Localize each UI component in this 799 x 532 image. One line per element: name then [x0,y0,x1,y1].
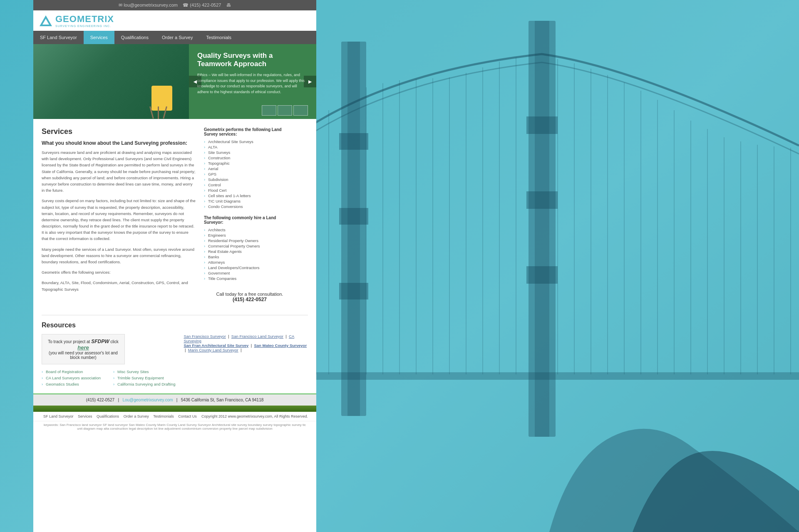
ext-link-sf-arch[interactable]: San Fran Architectural Site Survey [184,343,248,348]
thumb-3[interactable] [293,105,308,116]
fax-icon: 🖷 [226,2,231,7]
nav-services[interactable]: Services [84,31,114,44]
ext-links-section: San Francisco Surveyor | San Francisco L… [184,334,308,387]
equipment-body [151,86,172,111]
survey-type-control: Control [204,182,295,188]
resource-links-right: Misc Survey Sites Trimble Survey Equipme… [113,369,175,387]
hero-next-button[interactable]: ► [304,76,316,87]
resource-link-geomatics: Geomatics Studies [42,381,101,387]
logo-text: GEOMETRIX SURVEYING ENGINEERING INC. [55,14,114,27]
survey-type-site: Site Surveys [204,150,295,155]
hire-banks: Banks [204,254,295,260]
bottom-nav-qualifications[interactable]: Qualifications [97,414,119,418]
hire-title: Title Companies [204,276,295,281]
hire-list: Architects Engineers Residential Propert… [204,227,295,281]
hero-image [33,44,189,119]
survey-type-architectural: Architectural Site Surveys [204,139,295,144]
bottom-nav-sf[interactable]: SF Land Surveyor [43,414,74,418]
nav-qualifications[interactable]: Qualifications [114,31,155,44]
call-to-action: Call today for a free consultation. (415… [204,287,295,307]
bottom-nav-testimonials[interactable]: Testimonials [153,414,174,418]
services-intro-p3: Many people need the services of a Land … [42,246,196,265]
nav-sf-land-surveyor[interactable]: SF Land Surveyor [33,31,84,44]
track-label: To track your project at SFDPW click her… [48,339,119,351]
ext-link-marin[interactable]: Marin County Land Surveyor [188,348,238,352]
bottom-nav: SF Land Surveyor Services Qualifications… [33,412,316,421]
top-phone: (415) 422-0527 [190,2,221,7]
ext-links-text: San Francisco Surveyor | San Francisco L… [184,334,308,352]
ext-link-sf-land-surveyor[interactable]: San Francisco Land Surveyor [231,334,283,339]
ext-link-san-mateo[interactable]: San Mateo County Surveyor [254,343,307,348]
hero-prev-button[interactable]: ◄ [189,76,201,87]
survey-type-cell-sites: Cell sites and 1-A letters [204,193,295,198]
footer-contact-bar: (415) 422-0527 | Lou@geometrixsurvey.com… [33,393,316,406]
services-intro-p1: Surveyors measure land and are proficien… [42,149,196,193]
resources-title: Resources [42,322,308,329]
bottom-nav-links: SF Land Surveyor Services Qualifications… [42,414,199,418]
right-column: Geometrix performs the following Land Su… [204,127,295,307]
survey-type-subdivision: Subdivision [204,177,295,182]
hero-content: Quality Surveys with a Teamwork Approach… [189,44,316,119]
bottom-nav-services[interactable]: Services [78,414,92,418]
track-sub: (you will need your assessor's lot and b… [48,351,119,360]
survey-type-aerial: Aerial [204,166,295,171]
services-intro-p2: Survey costs depend on many factors, inc… [42,198,196,242]
top-email[interactable]: lou@geometrixsurvey.com [124,2,178,7]
hero-description: Ethics – We will be well-informed in the… [197,72,308,95]
call-text: Call today for a free consultation. [208,292,291,297]
logo-subtitle: SURVEYING ENGINEERING INC. [55,25,114,27]
hero-title: Quality Surveys with a Teamwork Approach [197,52,308,68]
services-list-text: Boundary, ALTA, Site, Flood, Condominium… [42,280,196,292]
left-column: Services What you should know about the … [42,127,196,307]
services-intro-p4: Geometrix offers the following services: [42,269,196,275]
hire-residential: Residential Property Owners [204,238,295,243]
resource-links-left: Board of Registration CA Land Surveyors … [42,369,101,387]
hire-architects: Architects [204,227,295,233]
survey-types-header: Geometrix performs the following Land Su… [204,127,295,136]
nav-testimonials[interactable]: Testimonials [199,31,238,44]
email-icon: ✉ [119,2,122,7]
survey-type-alta: ALTA [204,144,295,150]
hire-engineers: Engineers [204,233,295,238]
main-content: Services What you should know about the … [33,119,316,315]
logo-triangle [40,15,52,26]
copyright: Copyright 2012 www.geometrixsurvey.com, … [201,414,308,418]
survey-types-list: Architectural Site Surveys ALTA Site Sur… [204,139,295,209]
surveying-equipment [147,69,181,119]
logo[interactable]: GEOMETRIX SURVEYING ENGINEERING INC. [40,14,114,27]
thumb-2[interactable] [278,105,292,116]
top-bar: ✉ lou@geometrixsurvey.com ☎ (415) 422-05… [33,0,316,10]
footer-email[interactable]: Lou@geometrixsurvey.com [122,398,173,402]
bottom-nav-contact[interactable]: Contact Us [178,414,197,418]
resources-left: To track your project at SFDPW click her… [42,334,175,387]
hire-government: Government [204,270,295,276]
resources-grid: To track your project at SFDPW click her… [42,334,308,387]
bottom-nav-order[interactable]: Order a Survey [124,414,149,418]
main-nav: SF Land Surveyor Services Qualifications… [33,31,316,44]
grass-bar [33,406,316,412]
services-subtitle: What you should know about the Land Surv… [42,140,196,146]
resource-link-misc: Misc Survey Sites [113,369,175,375]
hire-real-estate: Real Estate Agents [204,249,295,254]
survey-type-topographic: Topographic [204,161,295,166]
hire-commercial: Commercial Property Owners [204,243,295,249]
tripod-leg-2 [158,106,159,119]
resource-link-trimble: Trimble Survey Equipment [113,375,175,381]
call-phone: (415) 422-0527 [208,297,291,302]
hero-thumbnails [262,105,308,116]
footer-address: 5436 California St, San Francisco, CA 94… [181,398,263,402]
hire-attorneys: Attorneys [204,260,295,265]
logo-brand: GEOMETRIX [55,14,114,25]
ext-link-sf-surveyor[interactable]: San Francisco Surveyor [184,334,226,339]
keywords: keywords: San Francisco land surveyor SF… [33,421,316,432]
resources-section: Resources To track your project at SFDPW… [33,315,316,393]
track-here-link[interactable]: here [77,344,89,351]
hire-header: The following commonly hire a Land Surve… [204,215,295,225]
thumb-1[interactable] [262,105,276,116]
nav-order-survey[interactable]: Order a Survey [155,31,200,44]
survey-type-tic: TIC Unit Diagrams [204,198,295,204]
sfdpw-text: SFDPW [91,339,109,344]
hero-banner: ◄ Quality Surveys with a Teamwork Approa… [33,44,316,119]
footer-phone: (415) 422-0527 [86,398,114,402]
survey-type-construction: Construction [204,155,295,161]
